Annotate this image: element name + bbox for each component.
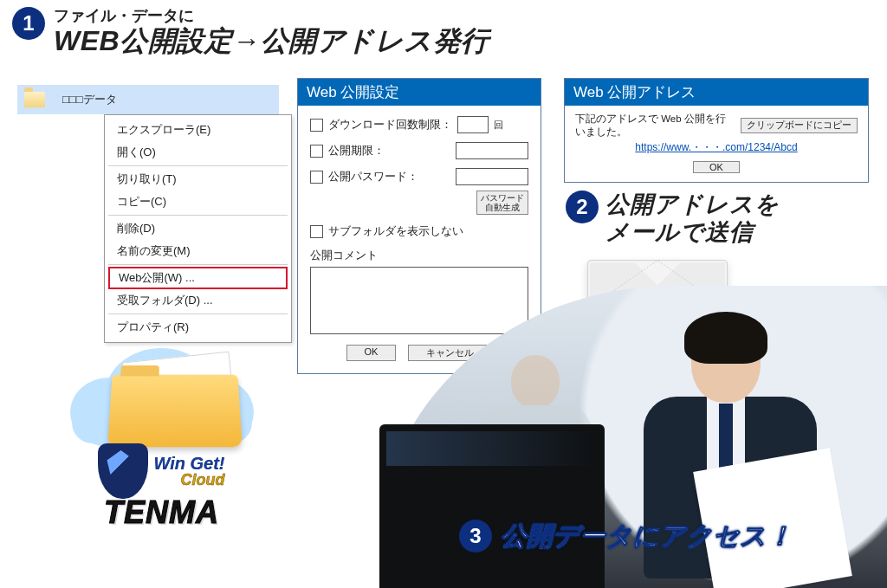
dialog-title: Web 公開アドレス (565, 79, 868, 106)
horse-shield-icon (98, 443, 148, 499)
menu-separator (108, 264, 288, 265)
step3-heading: 3 公開データにアクセス！ (459, 520, 793, 552)
publish-url-link[interactable]: https://www.・・・.com/1234/Abcd (575, 140, 858, 155)
web-publish-address-dialog: Web 公開アドレス 下記のアドレスで Web 公開を行いました。 クリップボー… (564, 78, 869, 183)
password-label: 公開パスワード： (328, 169, 418, 184)
monitor-icon (379, 424, 605, 588)
period-input[interactable] (456, 142, 528, 159)
dl-limit-label: ダウンロード回数制限： (328, 117, 452, 132)
menu-properties[interactable]: プロパティ(R) (105, 316, 291, 339)
step2-heading: 2 公開アドレスを メールで送信 (566, 191, 780, 247)
copy-clipboard-button[interactable]: クリップボードにコピー (741, 118, 858, 133)
menu-copy[interactable]: コピー(C) (105, 191, 291, 213)
menu-delete[interactable]: 削除(D) (105, 217, 291, 240)
menu-cut[interactable]: 切り取り(T) (105, 168, 291, 191)
dl-limit-checkbox[interactable] (310, 119, 323, 132)
password-input[interactable] (456, 168, 528, 185)
folder-icon (24, 92, 45, 107)
dialog-title: Web 公開設定 (298, 79, 541, 106)
step2-line1: 公開アドレスを (605, 191, 780, 218)
period-checkbox[interactable] (310, 145, 323, 158)
step2-line2: メールで送信 (605, 218, 780, 246)
logo-tenma: TENMA (38, 497, 285, 528)
cloud-icon (67, 345, 257, 449)
menu-web-publish[interactable]: Web公開(W) ... (108, 267, 288, 289)
logo-winget: Win Get! (153, 455, 224, 472)
menu-separator (108, 313, 288, 314)
menu-rename[interactable]: 名前の変更(M) (105, 240, 291, 262)
password-checkbox[interactable] (310, 171, 323, 184)
step3-badge: 3 (459, 520, 492, 552)
folder-row[interactable]: □□□データ (17, 85, 279, 114)
context-menu: エクスプローラ(E) 開く(O) 切り取り(T) コピー(C) 削除(D) 名前… (104, 114, 292, 343)
hide-subfolder-label: サブフォルダを表示しない (328, 223, 463, 239)
menu-separator (108, 215, 288, 216)
dl-limit-unit: 回 (494, 119, 503, 132)
comment-label: 公開コメント (310, 248, 528, 263)
step2-badge: 2 (566, 191, 599, 223)
product-logo: Win Get! Cloud TENMA (38, 345, 285, 528)
folder-label: □□□データ (62, 92, 117, 107)
period-label: 公開期限： (328, 143, 385, 158)
step3-text: 公開データにアクセス！ (501, 523, 793, 549)
comment-textarea[interactable] (310, 267, 528, 334)
logo-cloud: Cloud (181, 472, 225, 488)
dl-limit-input[interactable] (457, 116, 489, 133)
hide-subfolder-checkbox[interactable] (310, 225, 323, 238)
step1-pretext: ファイル・データに (54, 7, 489, 26)
paper-icon (693, 448, 852, 588)
menu-receive-folder[interactable]: 受取フォルダ(D) ... (105, 289, 291, 312)
settings-ok-button[interactable]: OK (346, 345, 397, 361)
generate-password-button[interactable]: パスワード 自動生成 (476, 191, 528, 215)
menu-separator (108, 165, 288, 166)
step1-heading: 1 ファイル・データに WEB公開設定→公開アドレス発行 (12, 7, 489, 56)
step1-badge: 1 (12, 7, 45, 40)
menu-open[interactable]: 開く(O) (105, 141, 291, 164)
web-publish-settings-dialog: Web 公開設定 ダウンロード回数制限： 回 公開期限： 公開パスワード： (297, 78, 541, 374)
step1-title: WEB公開設定→公開アドレス発行 (54, 26, 489, 56)
address-ok-button[interactable]: OK (693, 161, 740, 173)
address-message: 下記のアドレスで Web 公開を行いました。 (575, 113, 734, 139)
explorer-window: □□□データ エクスプローラ(E) 開く(O) 切り取り(T) コピー(C) 削… (17, 85, 279, 114)
menu-explorer[interactable]: エクスプローラ(E) (105, 119, 291, 141)
open-folder-icon (107, 375, 242, 448)
